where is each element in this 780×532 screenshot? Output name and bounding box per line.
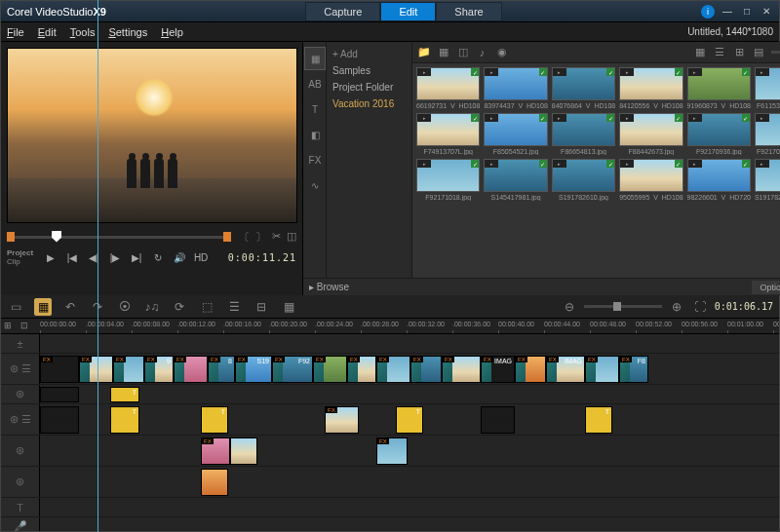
timeline-clip[interactable] — [40, 406, 79, 434]
hide-icon[interactable]: ▤ — [752, 45, 766, 59]
timeline-clip[interactable]: T — [110, 387, 139, 402]
timeline-clip[interactable]: FX — [515, 356, 546, 383]
library-thumb[interactable]: ▸✓83974437_V_HD108 — [484, 67, 547, 109]
hd-button[interactable]: HD — [193, 249, 209, 265]
track-head-guide[interactable]: ± — [1, 334, 40, 353]
library-thumb[interactable]: ▸✓F85054521.jpg — [484, 113, 547, 155]
prev-frame-button[interactable]: ◀| — [86, 249, 101, 265]
sort-icon[interactable]: ▦ — [693, 45, 708, 59]
timeline-clip[interactable] — [201, 469, 228, 496]
library-thumb[interactable]: ▸✓F92170936.jpg — [755, 113, 780, 155]
timeline-clip[interactable]: FX — [113, 356, 144, 383]
folder-samples[interactable]: Samples — [329, 62, 410, 79]
autorender-icon[interactable]: ⟳ — [171, 298, 188, 316]
undo-icon[interactable]: ↶ — [61, 298, 79, 316]
library-thumb[interactable]: ▸✓F92170936.jpg — [687, 113, 751, 155]
options-button[interactable]: Options ⌃ — [752, 281, 780, 294]
mixer-icon[interactable]: ♪♫ — [143, 298, 161, 316]
timeline-clip[interactable] — [481, 406, 515, 434]
snapshot-icon[interactable]: ◫ — [287, 230, 296, 245]
timeline-clip[interactable] — [230, 437, 257, 465]
timeline-clip[interactable]: FXF8 — [619, 356, 648, 383]
list-view-icon[interactable]: ☰ — [713, 45, 727, 59]
home-button[interactable]: |◀ — [64, 249, 80, 265]
sources-icon[interactable]: ◉ — [494, 45, 509, 59]
track-head-overlay1[interactable]: ⊛ — [1, 385, 40, 403]
library-thumb[interactable]: ▸✓F74913707L.jpg — [416, 113, 480, 155]
track-head-video[interactable]: ⊛☰ — [1, 354, 40, 384]
graphic-tab-icon[interactable]: ◧ — [304, 123, 326, 146]
preview-timecode[interactable]: 0:00:11.21 — [228, 252, 296, 263]
menu-settings[interactable]: Settings — [108, 26, 147, 38]
transition-tab-icon[interactable]: AB — [304, 72, 326, 95]
timeline-clip[interactable]: FXF92 — [272, 356, 313, 383]
timeline-clip[interactable]: FXS19 — [235, 356, 272, 383]
timeline-ruler[interactable]: ⊞ ⊡ 00:00:00.00.00:00:04.00.00:00:08.00.… — [1, 319, 779, 334]
timeline-clip[interactable]: FXIMAG — [481, 356, 515, 383]
minimize-button[interactable]: — — [721, 5, 734, 19]
playback-mode-label[interactable]: ProjectClip — [7, 248, 33, 266]
repeat-button[interactable]: ↻ — [150, 249, 166, 265]
mark-out-handle[interactable] — [223, 232, 231, 242]
title-tab-icon[interactable]: T — [304, 97, 326, 121]
timeline-timecode[interactable]: 0:01:06.17 — [715, 301, 773, 312]
marker-icon[interactable]: ⬚ — [198, 298, 215, 316]
subtitle-icon[interactable]: ⊟ — [253, 298, 270, 316]
volume-button[interactable]: 🔊 — [172, 249, 187, 265]
scrub-track[interactable] — [15, 236, 223, 239]
library-thumb[interactable]: ▸✓F61153584.jpg — [755, 67, 780, 109]
tab-edit[interactable]: Edit — [380, 2, 436, 21]
library-thumb[interactable]: ▸✓S191782610.jpg — [552, 159, 615, 201]
timeline-clip[interactable]: FX — [347, 356, 376, 383]
preview-viewport[interactable] — [7, 48, 297, 223]
zoom-in-icon[interactable]: ⊕ — [668, 298, 685, 316]
library-thumb[interactable]: ▸✓84120556_V_HD108 — [619, 67, 682, 109]
timeline-clip[interactable] — [40, 387, 79, 402]
media-tab-icon[interactable]: ▦ — [304, 47, 326, 70]
track-head-voice[interactable]: 🎤 — [1, 517, 40, 531]
timeline-playhead[interactable] — [98, 334, 98, 531]
grid-view-icon[interactable]: ⊞ — [732, 45, 747, 59]
timeline-clip[interactable]: FX8 — [208, 356, 235, 383]
path-tab-icon[interactable]: ∿ — [304, 173, 326, 197]
ruler-mode-icon[interactable]: ⊞ — [4, 321, 18, 332]
play-button[interactable]: ▶ — [43, 249, 58, 265]
close-button[interactable]: ✕ — [760, 5, 773, 19]
next-frame-button[interactable]: |▶ — [107, 249, 123, 265]
menu-file[interactable]: File — [7, 26, 24, 38]
track-head-overlay3[interactable]: ⊛ — [1, 436, 40, 466]
maximize-button[interactable]: □ — [740, 5, 754, 19]
videos-filter-icon[interactable]: ▦ — [436, 45, 450, 59]
timeline-clip[interactable]: T — [110, 406, 139, 434]
mark-out-icon[interactable]: 〕 — [255, 230, 266, 245]
library-thumb[interactable]: ▸✓98226601_V_HD720 — [687, 159, 751, 201]
library-thumb[interactable]: ▸✓S145417981.jpg — [484, 159, 547, 201]
menu-help[interactable]: Help — [161, 26, 183, 38]
filter-tab-icon[interactable]: FX — [304, 148, 326, 171]
add-folder-button[interactable]: + Add — [329, 46, 410, 62]
mark-in-icon[interactable]: 〔 — [239, 230, 250, 245]
menu-tools[interactable]: Tools — [70, 26, 96, 38]
mark-in-handle[interactable] — [7, 232, 15, 242]
track-head-title[interactable]: T — [1, 498, 40, 516]
timeline-clip[interactable]: FX — [79, 356, 113, 383]
library-thumb[interactable]: ▸✓F88442673.jpg — [619, 113, 682, 155]
timeline-clip[interactable]: FX — [585, 356, 619, 383]
timeline-clip[interactable]: FX — [325, 406, 359, 434]
timeline-clip[interactable]: T — [396, 406, 423, 434]
thumb-size-slider[interactable] — [771, 51, 780, 54]
library-thumb[interactable]: ▸✓91960873_V_HD108 — [687, 67, 751, 109]
timeline-clip[interactable]: T — [585, 406, 612, 434]
timeline-clip[interactable]: FX — [376, 437, 408, 465]
timeline-clip[interactable]: FX — [174, 356, 208, 383]
timeline-clip[interactable]: FXIMAG — [546, 356, 585, 383]
record-icon[interactable]: ⦿ — [116, 298, 134, 316]
timeline-clip[interactable]: T — [201, 406, 228, 434]
audio-filter-icon[interactable]: ♪ — [475, 45, 489, 59]
tab-capture[interactable]: Capture — [305, 2, 380, 21]
folder-icon[interactable]: 📁 — [416, 45, 431, 59]
library-thumb[interactable]: ▸✓F92171018.jpg — [416, 159, 480, 201]
timeline-clip[interactable]: FX — [201, 437, 230, 465]
zoom-slider[interactable] — [584, 305, 662, 308]
library-thumb[interactable]: ▸✓66192731_V_HD108 — [416, 67, 480, 109]
